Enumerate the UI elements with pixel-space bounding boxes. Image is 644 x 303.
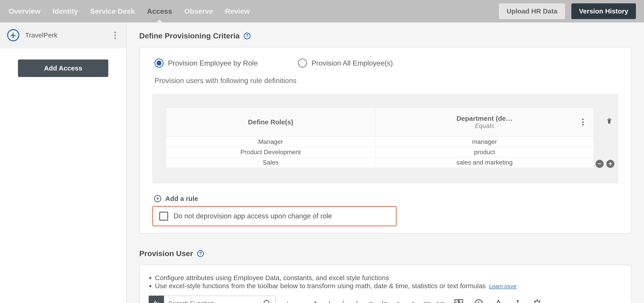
- op-plus[interactable]: +: [280, 299, 294, 303]
- radio-all-label: Provision All Employee(s): [312, 59, 393, 67]
- instruction-item-text: Use excel-style functions from the toolb…: [155, 282, 486, 289]
- op-minus[interactable]: -: [294, 299, 308, 303]
- deprovision-checkbox[interactable]: [159, 212, 168, 221]
- rule-col-dept-header: Department (de… Equals: [375, 108, 594, 137]
- column-more-button[interactable]: [582, 119, 584, 125]
- help-icon[interactable]: ?: [197, 250, 204, 257]
- op-lt[interactable]: <: [406, 299, 420, 303]
- top-navigation: Overview Identity Service Desk Access Ob…: [0, 0, 644, 23]
- tab-observe[interactable]: Observe: [184, 1, 213, 22]
- version-history-button[interactable]: Version History: [571, 3, 636, 19]
- provision-user-title: Provision User ?: [139, 249, 632, 258]
- svg-text:+: +: [456, 299, 458, 303]
- tab-review[interactable]: Review: [225, 1, 250, 22]
- provision-user-instructions: Configure attributes using Employee Data…: [149, 274, 622, 290]
- op-neq[interactable]: !=: [378, 299, 392, 303]
- sidebar-more-button[interactable]: [111, 32, 119, 39]
- op-eq[interactable]: =: [364, 299, 378, 303]
- learn-more-link[interactable]: Learn more: [489, 283, 517, 289]
- criteria-title-label: Define Provisioning Criteria: [139, 32, 240, 40]
- svg-point-13: [517, 300, 519, 302]
- rule-col-dept-sub: Equals: [475, 122, 494, 130]
- sidebar-app-header: TravelPerk: [0, 23, 126, 48]
- upload-hr-data-button[interactable]: Upload HR Data: [499, 3, 565, 19]
- svg-line-21: [539, 300, 540, 302]
- rule-definition-block: Define Role(s) Manager Product Developme…: [152, 94, 618, 184]
- op-divide[interactable]: /: [322, 299, 336, 303]
- instruction-item: Configure attributes using Employee Data…: [155, 274, 622, 282]
- add-rule-button[interactable]: + Add a rule: [152, 195, 618, 202]
- tab-identity[interactable]: Identity: [52, 1, 78, 22]
- svg-line-20: [534, 300, 536, 302]
- rule-cell-role[interactable]: Sales: [166, 157, 375, 168]
- add-access-button[interactable]: Add Access: [18, 60, 108, 77]
- criteria-panel: Provision Employee by Role Provision All…: [139, 47, 632, 233]
- op-gte[interactable]: >=: [434, 299, 447, 303]
- tab-list: Overview Identity Service Desk Access Ob…: [8, 1, 250, 22]
- help-icon[interactable]: ?: [244, 33, 250, 39]
- formula-toolbar: fx + - * / ( ) = != > < <= >=: [149, 295, 622, 303]
- rule-cell-dept[interactable]: product: [375, 147, 594, 157]
- radio-provision-by-role[interactable]: Provision Employee by Role: [154, 59, 258, 68]
- clock-icon[interactable]: [474, 298, 484, 303]
- text-icon[interactable]: [494, 298, 504, 303]
- tab-access[interactable]: Access: [146, 1, 172, 22]
- operator-buttons: + - * / ( ) = != > < <= >=: [280, 295, 447, 303]
- rule-table: Define Role(s) Manager Product Developme…: [166, 107, 594, 168]
- rule-cell-role[interactable]: Manager: [166, 137, 375, 147]
- provision-user-panel: Configure attributes using Employee Data…: [139, 265, 632, 303]
- rule-col-roles-header-label: Define Role(s): [248, 118, 293, 126]
- fx-button[interactable]: fx: [149, 295, 164, 303]
- criteria-section-title: Define Provisioning Criteria ?: [139, 32, 632, 40]
- travelperk-icon: [7, 29, 19, 41]
- math-icon[interactable]: +-×÷: [454, 298, 464, 303]
- info-icon[interactable]: [513, 298, 522, 303]
- rule-cell-role[interactable]: Product Development: [166, 147, 375, 157]
- instruction-item: Use excel-style functions from the toolb…: [155, 282, 622, 290]
- search-function-field[interactable]: [164, 295, 276, 303]
- provision-user-title-label: Provision User: [139, 249, 193, 258]
- deprovision-label: Do not deprovision app access upon chang…: [174, 212, 332, 220]
- rule-col-dept: Department (de… Equals manager product s…: [375, 108, 594, 168]
- plus-circle-icon: +: [154, 195, 161, 202]
- radio-icon: [298, 59, 307, 68]
- debug-icon[interactable]: [532, 298, 542, 303]
- op-multiply[interactable]: *: [308, 299, 322, 303]
- deprovision-option[interactable]: Do not deprovision app access upon chang…: [152, 206, 397, 226]
- radio-icon: [154, 59, 164, 68]
- function-category-icons: +-×÷: [454, 295, 542, 303]
- tab-overview[interactable]: Overview: [8, 1, 41, 22]
- search-icon: [263, 299, 272, 303]
- add-row-button[interactable]: +: [606, 160, 614, 168]
- criteria-subtext: Provision users with following rule defi…: [152, 77, 618, 85]
- sidebar: TravelPerk Add Access: [0, 23, 127, 303]
- op-gt[interactable]: >: [392, 299, 406, 303]
- app-name-label: TravelPerk: [25, 32, 111, 39]
- main-content: Define Provisioning Criteria ? Provision…: [127, 23, 644, 303]
- add-rule-label: Add a rule: [165, 195, 198, 202]
- search-function-input[interactable]: [168, 300, 261, 303]
- op-lparen[interactable]: (: [336, 299, 350, 303]
- svg-text:-: -: [460, 299, 461, 303]
- rule-cell-dept[interactable]: sales and marketing: [375, 157, 594, 168]
- rule-cell-dept[interactable]: manager: [375, 137, 594, 147]
- op-lte[interactable]: <=: [420, 299, 434, 303]
- op-rparen[interactable]: ): [350, 299, 364, 303]
- svg-point-0: [264, 300, 269, 303]
- delete-rule-button[interactable]: [605, 117, 613, 126]
- radio-by-role-label: Provision Employee by Role: [168, 59, 258, 67]
- rule-col-dept-header-label: Department (de…: [456, 115, 512, 122]
- remove-row-button[interactable]: −: [596, 160, 604, 168]
- rule-col-roles: Define Role(s) Manager Product Developme…: [166, 108, 375, 168]
- rule-col-roles-header: Define Role(s): [166, 108, 375, 137]
- radio-provision-all[interactable]: Provision All Employee(s): [298, 59, 393, 68]
- tab-service-desk[interactable]: Service Desk: [90, 1, 135, 22]
